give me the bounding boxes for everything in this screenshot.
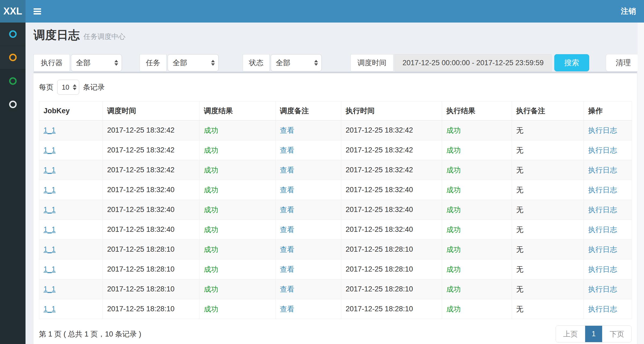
handle-time-cell: 2017-12-25 18:32:40 (341, 220, 442, 240)
trigger-msg-link[interactable]: 查看 (280, 126, 294, 134)
status-select[interactable]: 全部 (271, 54, 322, 71)
column-header-7: 执行备注 (512, 101, 584, 120)
next-page-button[interactable]: 下页 (602, 326, 631, 342)
logout-link[interactable]: 注销 (621, 6, 636, 16)
log-panel: 每页 10 条记录 JobKey调度时间调度结果调度备注执行时间执行结果执行备注… (34, 72, 637, 344)
pagination-info: 第 1 页 ( 总共 1 页，10 条记录 ) (39, 329, 141, 339)
sidebar-item-4[interactable] (0, 93, 26, 116)
trigger-time-cell: 2017-12-25 18:32:42 (103, 160, 200, 180)
trigger-msg-link[interactable]: 查看 (280, 285, 294, 293)
page-size-value: 10 (62, 83, 69, 91)
exec-log-link[interactable]: 执行日志 (588, 166, 617, 174)
jobkey-link[interactable]: 1_1 (44, 305, 56, 313)
handle-msg-cell: 无 (512, 259, 584, 279)
column-header-8: 操作 (584, 101, 632, 120)
app-logo[interactable]: XXL (0, 0, 26, 23)
jobkey-link[interactable]: 1_1 (44, 245, 56, 253)
handle-msg-cell: 无 (512, 160, 584, 180)
exec-log-link[interactable]: 执行日志 (588, 146, 617, 154)
jobkey-link[interactable]: 1_1 (44, 186, 56, 194)
handle-time-cell: 2017-12-25 18:32:42 (341, 140, 442, 160)
sidebar (0, 23, 26, 344)
exec-log-link[interactable]: 执行日志 (588, 305, 617, 313)
brand-text: XXL (3, 6, 22, 17)
table-row: 1_1 2017-12-25 18:32:40 成功 查看 2017-12-25… (39, 180, 632, 200)
handle-result-cell: 成功 (442, 200, 512, 220)
trigger-time-range-input[interactable]: 2017-12-25 00:00:00 - 2017-12-25 23:59:5… (395, 54, 552, 71)
trigger-time-cell: 2017-12-25 18:32:40 (103, 180, 200, 200)
prev-page-button[interactable]: 上页 (556, 326, 585, 342)
trigger-time-cell: 2017-12-25 18:28:10 (103, 259, 200, 279)
scrollbar-track[interactable] (638, 23, 644, 344)
exec-log-link[interactable]: 执行日志 (588, 186, 617, 194)
handle-result-cell: 成功 (442, 240, 512, 259)
jobkey-link[interactable]: 1_1 (44, 146, 56, 154)
trigger-msg-link[interactable]: 查看 (280, 166, 294, 174)
handle-msg-cell: 无 (512, 240, 584, 259)
executor-select-value: 全部 (76, 58, 91, 68)
trigger-msg-link[interactable]: 查看 (280, 146, 294, 154)
exec-log-link[interactable]: 执行日志 (588, 126, 617, 134)
exec-log-link[interactable]: 执行日志 (588, 265, 617, 273)
handle-result-cell: 成功 (442, 279, 512, 299)
handle-result-cell: 成功 (442, 299, 512, 319)
job-select-value: 全部 (173, 58, 187, 68)
content-area: 调度日志 任务调度中心 执行器 全部 任务 全部 状态 全部 调度时间 2017… (26, 23, 644, 344)
jobkey-link[interactable]: 1_1 (44, 225, 56, 233)
jobkey-link[interactable]: 1_1 (44, 265, 56, 273)
exec-log-link[interactable]: 执行日志 (588, 206, 617, 214)
handle-msg-cell: 无 (512, 279, 584, 299)
job-select[interactable]: 全部 (168, 54, 219, 71)
trigger-time-cell: 2017-12-25 18:28:10 (103, 279, 200, 299)
table-row: 1_1 2017-12-25 18:28:10 成功 查看 2017-12-25… (39, 279, 632, 299)
table-row: 1_1 2017-12-25 18:28:10 成功 查看 2017-12-25… (39, 299, 632, 319)
executor-select[interactable]: 全部 (71, 54, 122, 71)
trigger-msg-link[interactable]: 查看 (280, 305, 294, 313)
table-row: 1_1 2017-12-25 18:32:42 成功 查看 2017-12-25… (39, 160, 632, 180)
table-footer: 第 1 页 ( 总共 1 页，10 条记录 ) 上页 1 下页 (39, 325, 632, 342)
trigger-msg-link[interactable]: 查看 (280, 246, 294, 254)
select-arrows-icon (314, 60, 318, 66)
table-row: 1_1 2017-12-25 18:28:10 成功 查看 2017-12-25… (39, 259, 632, 279)
trigger-result-cell: 成功 (200, 160, 276, 180)
table-row: 1_1 2017-12-25 18:32:42 成功 查看 2017-12-25… (39, 140, 632, 160)
trigger-time-filter-label: 调度时间 (350, 54, 393, 71)
select-arrows-icon (211, 60, 215, 66)
column-header-1: JobKey (39, 101, 103, 120)
trigger-msg-link[interactable]: 查看 (280, 265, 294, 273)
handle-time-cell: 2017-12-25 18:32:42 (341, 160, 442, 180)
exec-log-link[interactable]: 执行日志 (588, 226, 617, 234)
trigger-msg-link[interactable]: 查看 (280, 186, 294, 194)
jobkey-link[interactable]: 1_1 (44, 166, 56, 174)
jobkey-link[interactable]: 1_1 (44, 206, 56, 214)
page-size-select[interactable]: 10 (57, 80, 79, 95)
handle-msg-cell: 无 (512, 180, 584, 200)
trigger-msg-link[interactable]: 查看 (280, 226, 294, 234)
hamburger-icon (34, 8, 41, 10)
handle-time-cell: 2017-12-25 18:28:10 (341, 240, 442, 259)
jobkey-link[interactable]: 1_1 (44, 126, 56, 134)
handle-result-cell: 成功 (442, 180, 512, 200)
clear-button[interactable]: 清理 (606, 54, 641, 71)
column-header-6: 执行结果 (442, 101, 512, 120)
handle-result-cell: 成功 (442, 140, 512, 160)
trigger-result-cell: 成功 (200, 140, 276, 160)
jobkey-link[interactable]: 1_1 (44, 285, 56, 293)
log-table: JobKey调度时间调度结果调度备注执行时间执行结果执行备注操作 1_1 201… (39, 101, 632, 319)
filter-bar: 执行器 全部 任务 全部 状态 全部 调度时间 2017-12-25 00:00… (34, 54, 641, 71)
trigger-msg-link[interactable]: 查看 (280, 206, 294, 214)
trigger-time-cell: 2017-12-25 18:32:42 (103, 120, 200, 140)
page-1-button[interactable]: 1 (585, 326, 602, 342)
sidebar-item-2[interactable] (0, 46, 26, 69)
handle-result-cell: 成功 (442, 120, 512, 140)
trigger-result-cell: 成功 (200, 240, 276, 259)
top-navbar: XXL 注销 (0, 0, 644, 23)
executor-filter-label: 执行器 (34, 54, 70, 71)
search-button[interactable]: 搜索 (554, 54, 589, 71)
exec-log-link[interactable]: 执行日志 (588, 285, 617, 293)
sidebar-item-1[interactable] (0, 23, 26, 46)
sidebar-toggle-button[interactable] (30, 5, 44, 18)
trigger-time-cell: 2017-12-25 18:32:40 (103, 200, 200, 220)
exec-log-link[interactable]: 执行日志 (588, 246, 617, 254)
sidebar-item-3[interactable] (0, 69, 26, 93)
